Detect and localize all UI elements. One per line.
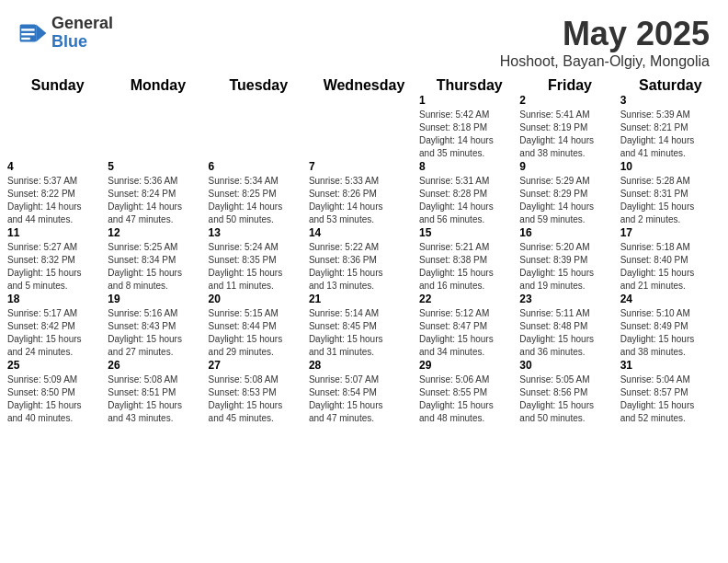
svg-rect-2	[21, 29, 34, 30]
day-info: Sunrise: 5:42 AM Sunset: 8:18 PM Dayligh…	[419, 109, 519, 160]
calendar-cell	[108, 94, 208, 160]
day-info: Sunrise: 5:18 AM Sunset: 8:40 PM Dayligh…	[620, 241, 721, 293]
day-number: 22	[419, 293, 519, 305]
calendar-cell: 1Sunrise: 5:42 AM Sunset: 8:18 PM Daylig…	[419, 94, 519, 160]
day-number: 6	[209, 160, 309, 173]
calendar-cell: 5Sunrise: 5:36 AM Sunset: 8:24 PM Daylig…	[108, 160, 208, 226]
day-number: 15	[419, 226, 519, 239]
day-info: Sunrise: 5:21 AM Sunset: 8:38 PM Dayligh…	[419, 241, 519, 293]
day-info: Sunrise: 5:24 AM Sunset: 8:35 PM Dayligh…	[209, 241, 309, 293]
day-number: 4	[7, 160, 108, 173]
day-number: 2	[519, 94, 620, 107]
day-info: Sunrise: 5:05 AM Sunset: 8:56 PM Dayligh…	[519, 373, 620, 425]
day-number: 25	[7, 359, 108, 372]
day-number: 11	[7, 226, 108, 239]
day-info: Sunrise: 5:07 AM Sunset: 8:54 PM Dayligh…	[309, 373, 419, 425]
day-number: 29	[419, 359, 519, 372]
day-info: Sunrise: 5:28 AM Sunset: 8:31 PM Dayligh…	[620, 175, 721, 226]
calendar-wrapper: SundayMondayTuesdayWednesdayThursdayFrid…	[0, 77, 728, 432]
weekday-header-tuesday: Tuesday	[209, 77, 309, 94]
calendar-cell: 27Sunrise: 5:08 AM Sunset: 8:53 PM Dayli…	[209, 359, 309, 425]
weekday-header-wednesday: Wednesday	[309, 77, 419, 94]
calendar-cell: 6Sunrise: 5:34 AM Sunset: 8:25 PM Daylig…	[209, 160, 309, 226]
calendar-cell: 16Sunrise: 5:20 AM Sunset: 8:39 PM Dayli…	[519, 226, 620, 293]
calendar-table: SundayMondayTuesdayWednesdayThursdayFrid…	[7, 77, 721, 425]
day-info: Sunrise: 5:25 AM Sunset: 8:34 PM Dayligh…	[108, 241, 208, 293]
day-number: 12	[108, 226, 208, 239]
weekday-header-monday: Monday	[108, 77, 208, 94]
calendar-cell: 13Sunrise: 5:24 AM Sunset: 8:35 PM Dayli…	[209, 226, 309, 293]
day-info: Sunrise: 5:31 AM Sunset: 8:28 PM Dayligh…	[419, 175, 519, 226]
day-info: Sunrise: 5:14 AM Sunset: 8:45 PM Dayligh…	[309, 307, 419, 359]
day-info: Sunrise: 5:04 AM Sunset: 8:57 PM Dayligh…	[620, 373, 721, 425]
day-info: Sunrise: 5:41 AM Sunset: 8:19 PM Dayligh…	[519, 109, 620, 160]
month-title: May 2025	[500, 15, 710, 53]
day-info: Sunrise: 5:27 AM Sunset: 8:32 PM Dayligh…	[7, 241, 108, 293]
calendar-cell: 3Sunrise: 5:39 AM Sunset: 8:21 PM Daylig…	[620, 94, 721, 160]
day-number: 5	[108, 160, 208, 173]
day-info: Sunrise: 5:08 AM Sunset: 8:53 PM Dayligh…	[209, 373, 309, 425]
calendar-cell: 10Sunrise: 5:28 AM Sunset: 8:31 PM Dayli…	[620, 160, 721, 226]
day-number: 13	[209, 226, 309, 239]
calendar-week-4: 18Sunrise: 5:17 AM Sunset: 8:42 PM Dayli…	[7, 293, 721, 359]
day-info: Sunrise: 5:39 AM Sunset: 8:21 PM Dayligh…	[620, 109, 721, 160]
day-info: Sunrise: 5:36 AM Sunset: 8:24 PM Dayligh…	[108, 175, 208, 226]
svg-rect-4	[21, 38, 30, 40]
page-header: General Blue May 2025 Hoshoot, Bayan-Olg…	[0, 0, 728, 77]
calendar-cell: 24Sunrise: 5:10 AM Sunset: 8:49 PM Dayli…	[620, 293, 721, 359]
day-number: 24	[620, 293, 721, 305]
calendar-cell: 28Sunrise: 5:07 AM Sunset: 8:54 PM Dayli…	[309, 359, 419, 425]
svg-rect-3	[21, 33, 34, 35]
logo-icon	[18, 18, 48, 48]
calendar-cell: 26Sunrise: 5:08 AM Sunset: 8:51 PM Dayli…	[108, 359, 208, 425]
calendar-cell: 12Sunrise: 5:25 AM Sunset: 8:34 PM Dayli…	[108, 226, 208, 293]
calendar-cell: 17Sunrise: 5:18 AM Sunset: 8:40 PM Dayli…	[620, 226, 721, 293]
day-info: Sunrise: 5:11 AM Sunset: 8:48 PM Dayligh…	[519, 307, 620, 359]
day-number: 8	[419, 160, 519, 173]
calendar-cell: 25Sunrise: 5:09 AM Sunset: 8:50 PM Dayli…	[7, 359, 108, 425]
day-number: 20	[209, 293, 309, 305]
calendar-cell: 30Sunrise: 5:05 AM Sunset: 8:56 PM Dayli…	[519, 359, 620, 425]
title-block: May 2025 Hoshoot, Bayan-Olgiy, Mongolia	[500, 15, 710, 70]
day-number: 16	[519, 226, 620, 239]
calendar-cell: 21Sunrise: 5:14 AM Sunset: 8:45 PM Dayli…	[309, 293, 419, 359]
calendar-cell: 11Sunrise: 5:27 AM Sunset: 8:32 PM Dayli…	[7, 226, 108, 293]
weekday-header-friday: Friday	[519, 77, 620, 94]
day-number: 31	[620, 359, 721, 372]
calendar-week-5: 25Sunrise: 5:09 AM Sunset: 8:50 PM Dayli…	[7, 359, 721, 425]
calendar-cell	[309, 94, 419, 160]
calendar-cell: 14Sunrise: 5:22 AM Sunset: 8:36 PM Dayli…	[309, 226, 419, 293]
calendar-week-2: 4Sunrise: 5:37 AM Sunset: 8:22 PM Daylig…	[7, 160, 721, 226]
calendar-cell: 29Sunrise: 5:06 AM Sunset: 8:55 PM Dayli…	[419, 359, 519, 425]
day-number: 21	[309, 293, 419, 305]
calendar-body: 1Sunrise: 5:42 AM Sunset: 8:18 PM Daylig…	[7, 94, 721, 425]
weekday-header-sunday: Sunday	[7, 77, 108, 94]
calendar-cell: 19Sunrise: 5:16 AM Sunset: 8:43 PM Dayli…	[108, 293, 208, 359]
day-info: Sunrise: 5:29 AM Sunset: 8:29 PM Dayligh…	[519, 175, 620, 226]
day-info: Sunrise: 5:17 AM Sunset: 8:42 PM Dayligh…	[7, 307, 108, 359]
weekday-header-saturday: Saturday	[620, 77, 721, 94]
day-number: 3	[620, 94, 721, 107]
day-info: Sunrise: 5:09 AM Sunset: 8:50 PM Dayligh…	[7, 373, 108, 425]
day-info: Sunrise: 5:10 AM Sunset: 8:49 PM Dayligh…	[620, 307, 721, 359]
day-number: 1	[419, 94, 519, 107]
logo-general-text: General	[51, 15, 113, 33]
day-number: 23	[519, 293, 620, 305]
day-info: Sunrise: 5:15 AM Sunset: 8:44 PM Dayligh…	[209, 307, 309, 359]
day-number: 30	[519, 359, 620, 372]
calendar-header: SundayMondayTuesdayWednesdayThursdayFrid…	[7, 77, 721, 94]
day-info: Sunrise: 5:08 AM Sunset: 8:51 PM Dayligh…	[108, 373, 208, 425]
calendar-cell: 15Sunrise: 5:21 AM Sunset: 8:38 PM Dayli…	[419, 226, 519, 293]
logo-blue-text: Blue	[51, 33, 113, 52]
calendar-cell: 9Sunrise: 5:29 AM Sunset: 8:29 PM Daylig…	[519, 160, 620, 226]
calendar-week-1: 1Sunrise: 5:42 AM Sunset: 8:18 PM Daylig…	[7, 94, 721, 160]
day-number: 7	[309, 160, 419, 173]
svg-marker-1	[36, 24, 46, 41]
day-number: 26	[108, 359, 208, 372]
calendar-cell: 4Sunrise: 5:37 AM Sunset: 8:22 PM Daylig…	[7, 160, 108, 226]
day-number: 17	[620, 226, 721, 239]
day-info: Sunrise: 5:16 AM Sunset: 8:43 PM Dayligh…	[108, 307, 208, 359]
calendar-cell: 2Sunrise: 5:41 AM Sunset: 8:19 PM Daylig…	[519, 94, 620, 160]
calendar-cell: 18Sunrise: 5:17 AM Sunset: 8:42 PM Dayli…	[7, 293, 108, 359]
day-number: 10	[620, 160, 721, 173]
